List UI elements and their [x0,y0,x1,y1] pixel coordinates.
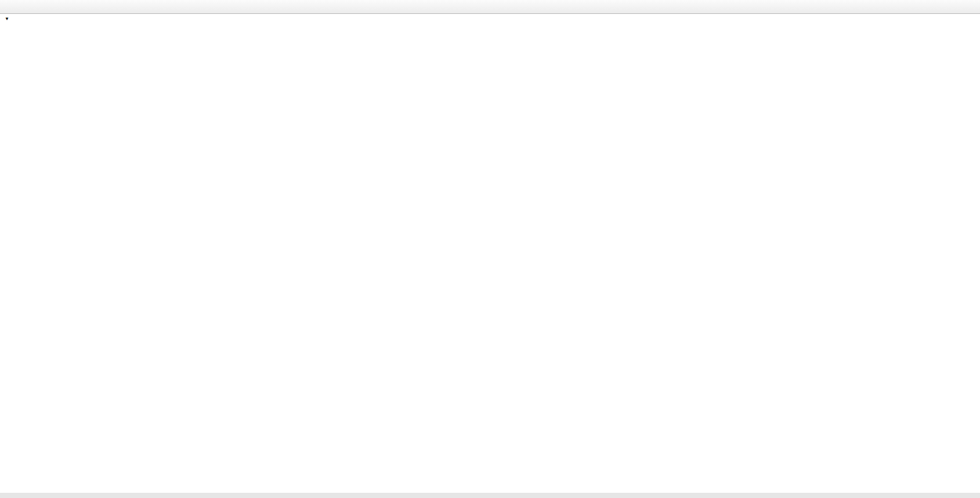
collapse-ohlc-icon[interactable]: ▼ [5,16,9,21]
chart-canvas[interactable] [0,14,980,493]
chart-title: ▼ [5,16,27,21]
chart-window: ▼ [0,14,980,493]
toolbar [0,0,980,14]
